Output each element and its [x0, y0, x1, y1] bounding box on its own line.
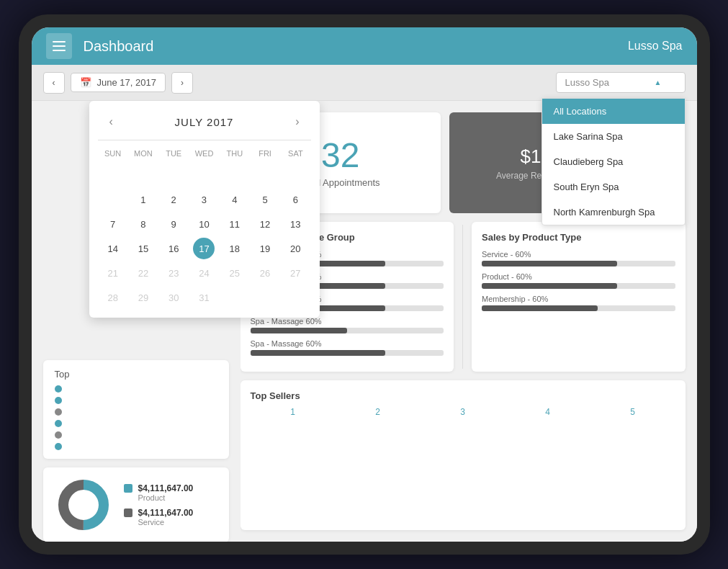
cal-day[interactable]: 5: [254, 189, 276, 210]
cal-day[interactable]: 12: [254, 213, 276, 235]
cal-day[interactable]: 31: [193, 287, 215, 308]
tablet-screen: Dashboard Lusso Spa ‹ 📅 June 17, 2017 › …: [32, 27, 697, 542]
cal-day[interactable]: 23: [163, 262, 184, 284]
cal-day[interactable]: 11: [224, 213, 246, 235]
cal-day[interactable]: 2: [163, 189, 184, 210]
sales-bar-row: Service - 60%: [482, 250, 675, 266]
dot-icon: [55, 431, 62, 439]
cal-next-month-button[interactable]: ›: [289, 112, 305, 131]
legend-amount-product: $4,111,647.00: [138, 483, 194, 493]
cal-day[interactable]: 1: [132, 189, 154, 210]
cal-day[interactable]: 19: [254, 238, 276, 259]
sales-bar-label: Membership - 60%: [482, 295, 675, 303]
donut-section: $4,111,647.00 Product $4,111,647.00 Serv…: [43, 467, 229, 542]
date-navigation: ‹ 📅 June 17, 2017 ›: [43, 72, 193, 94]
cal-day[interactable]: 6: [284, 189, 306, 210]
calendar-header: ‹ JULY 2017 ›: [98, 109, 311, 140]
dow-thu: THU: [220, 146, 250, 161]
dropdown-item-all-locations[interactable]: All Locations: [542, 99, 685, 124]
cal-prev-month-button[interactable]: ‹: [104, 112, 119, 131]
dow-sat: SAT: [280, 146, 310, 161]
cal-day[interactable]: 29: [132, 287, 154, 308]
cal-day[interactable]: [284, 287, 306, 308]
calendar-popup: ‹ JULY 2017 › SUN MON TUE WED THU FRI SA…: [89, 101, 320, 318]
dow-tue: TUE: [158, 146, 189, 161]
dropdown-item-south-eryn[interactable]: South Eryn Spa: [542, 174, 685, 200]
calendar-icon: 📅: [80, 77, 91, 88]
app-header: Dashboard Lusso Spa: [32, 27, 697, 65]
menu-button[interactable]: [46, 33, 72, 59]
cal-day[interactable]: 9: [163, 213, 184, 235]
cal-day[interactable]: 28: [102, 287, 124, 308]
cal-day[interactable]: [193, 164, 215, 186]
calendar-week-4: 14 15 16 17 18 19 20: [98, 237, 311, 260]
cal-day[interactable]: [132, 164, 154, 186]
cal-day[interactable]: 18: [224, 238, 246, 259]
sales-bar-row: Membership - 60%: [482, 295, 675, 311]
appt-dot-row: [55, 408, 217, 416]
cal-day[interactable]: 22: [132, 262, 154, 284]
brand-name: Lusso Spa: [628, 40, 683, 53]
cal-day[interactable]: 15: [132, 238, 154, 259]
top-sellers-card: Top Sellers 1 2 3 4 5: [241, 380, 686, 530]
cal-day[interactable]: 25: [224, 262, 246, 284]
cal-day[interactable]: 13: [284, 213, 306, 235]
cal-day[interactable]: [224, 164, 246, 186]
sellers-columns: 1 2 3 4 5: [251, 407, 675, 417]
cal-day[interactable]: [102, 164, 124, 186]
appt-dot-row: [55, 385, 217, 393]
sales-product-card: Sales by Product Type Service - 60% Prod…: [472, 222, 686, 372]
cal-day[interactable]: 20: [284, 238, 306, 259]
cal-day[interactable]: [254, 164, 276, 186]
dropdown-item-north-kamrenburgh[interactable]: North Kamrenburgh Spa: [542, 200, 685, 225]
date-prev-button[interactable]: ‹: [43, 72, 65, 94]
calendar-week-5: 21 22 23 24 25 26 27: [98, 261, 311, 284]
bar-track: [251, 328, 444, 333]
legend-amount-service: $4,111,647.00: [138, 508, 194, 518]
cal-day[interactable]: 27: [284, 262, 306, 284]
cal-day[interactable]: 14: [102, 238, 124, 259]
cal-day-today[interactable]: 17: [193, 238, 215, 259]
bar-fill: [482, 305, 598, 311]
dropdown-item-lake-sarina[interactable]: Lake Sarina Spa: [542, 124, 685, 149]
legend-row-service: $4,111,647.00 Service: [124, 508, 194, 527]
location-dropdown[interactable]: Lusso Spa ▲: [556, 72, 686, 93]
cal-day[interactable]: 8: [132, 213, 154, 235]
cal-day[interactable]: [254, 287, 276, 308]
cal-day[interactable]: [102, 189, 124, 210]
cal-day[interactable]: [224, 287, 246, 308]
cal-day[interactable]: 3: [193, 189, 215, 210]
bar-fill: [482, 283, 617, 289]
seller-col-4: 4: [545, 407, 550, 417]
calendar-month-title: JULY 2017: [175, 116, 234, 128]
page-title: Dashboard: [84, 38, 154, 55]
bar-fill: [482, 261, 617, 266]
sales-bar-label: Service - 60%: [482, 250, 675, 259]
dropdown-arrow-icon: ▲: [655, 79, 662, 86]
dot-icon: [55, 443, 62, 450]
cal-day[interactable]: [163, 164, 184, 186]
cal-day[interactable]: [284, 164, 306, 186]
cal-day[interactable]: 30: [163, 287, 184, 308]
seller-col-1: 1: [290, 407, 295, 417]
cal-day[interactable]: 10: [193, 213, 215, 235]
appointments-dots: [55, 385, 217, 450]
bar-fill: [251, 328, 347, 333]
cal-day[interactable]: 24: [193, 262, 215, 284]
cal-day[interactable]: 7: [102, 213, 124, 235]
cal-day[interactable]: 4: [224, 189, 246, 210]
dow-fri: FRI: [250, 146, 280, 161]
dropdown-item-claudieberg[interactable]: Claudieberg Spa: [542, 149, 685, 174]
cal-day[interactable]: 16: [163, 238, 184, 259]
cal-day[interactable]: 26: [254, 262, 276, 284]
calendar-week-3: 7 8 9 10 11 12 13: [98, 212, 311, 236]
appt-dot-row: [55, 420, 217, 427]
calendar-weeks: 1 2 3 4 5 6 7 8 9: [98, 163, 311, 309]
bar-track: [251, 350, 444, 356]
date-label[interactable]: 📅 June 17, 2017: [71, 73, 166, 92]
calendar-week-2: 1 2 3 4 5 6: [98, 188, 311, 211]
date-next-button[interactable]: ›: [171, 72, 193, 94]
dow-wed: WED: [189, 146, 219, 161]
cal-day[interactable]: 21: [102, 262, 124, 284]
donut-chart: [55, 476, 112, 534]
